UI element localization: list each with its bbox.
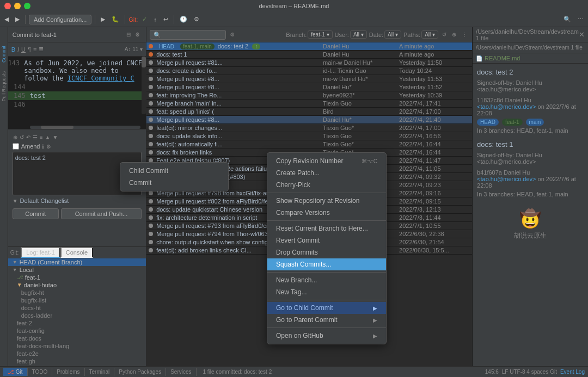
- log-row-3[interactable]: docs: create a doc fo... id-l... Tiexin …: [146, 67, 472, 75]
- close-button[interactable]: [4, 3, 11, 9]
- paths-filter-tag[interactable]: All ▾: [421, 30, 438, 39]
- ctx-open-github[interactable]: Open on GitHub ▶: [267, 330, 386, 342]
- format-button2[interactable]: ≡: [33, 46, 36, 53]
- log-row-9[interactable]: Merge pull request #8... Daniel Hu* 2022…: [146, 116, 472, 124]
- log-settings-button[interactable]: ⚙: [228, 31, 236, 38]
- right-panel-close[interactable]: ✕: [579, 30, 585, 39]
- git-tab[interactable]: ⎇ Git: [3, 368, 28, 376]
- amend-gear-icon[interactable]: ⚙: [46, 144, 51, 150]
- terminal-tab[interactable]: Terminal: [85, 368, 115, 376]
- ctx-create-patch[interactable]: Create Patch...: [267, 167, 386, 179]
- ctx-new-tag[interactable]: New Tag...: [267, 286, 386, 298]
- format-button1[interactable]: ¶: [28, 46, 31, 53]
- maximize-button[interactable]: [24, 3, 30, 9]
- ctx-cherry-pick[interactable]: Cherry-Pick: [267, 179, 386, 191]
- commit-tool-7[interactable]: ▼: [52, 134, 58, 141]
- hscrollbar-thumb[interactable]: [41, 126, 74, 129]
- editor-vscrollbar[interactable]: [142, 57, 146, 114]
- log-more-button[interactable]: ⋮: [460, 31, 469, 38]
- tree-item-head[interactable]: ▼ HEAD (Current Branch): [8, 258, 146, 266]
- settings-button[interactable]: ⚙: [192, 15, 201, 24]
- commit-tool-2[interactable]: ↺: [19, 134, 24, 141]
- tree-item-local[interactable]: ▼ Local: [8, 266, 146, 274]
- commit-tool-1[interactable]: ⊕: [13, 134, 18, 141]
- submenu-commit-item[interactable]: Commit: [120, 177, 228, 189]
- tree-item-feat-docs[interactable]: feat-docs: [8, 335, 146, 342]
- bold-button[interactable]: B: [11, 46, 15, 53]
- panel-gear-button[interactable]: ⚙: [133, 31, 142, 38]
- ctx-drop-commits[interactable]: Drop Commits: [267, 246, 386, 258]
- add-configuration-button[interactable]: Add Configuration...: [29, 15, 91, 24]
- git-checkmark-button[interactable]: ✓: [140, 15, 149, 24]
- ctx-squash-commits[interactable]: Squash Commits...: [267, 258, 386, 270]
- ctx-show-repo[interactable]: Show Repository at Revision: [267, 195, 386, 207]
- log-row-12[interactable]: feat(ci): automatically fi... Tiexin Guo…: [146, 140, 472, 149]
- log-row-11[interactable]: docs: update slack info... Tiexin Guo 20…: [146, 132, 472, 140]
- log-search-input[interactable]: [150, 30, 226, 40]
- event-log-link[interactable]: Event Log: [560, 369, 585, 375]
- date-filter-tag[interactable]: All ▾: [384, 30, 401, 39]
- tree-item-feat-config[interactable]: feat-config: [8, 327, 146, 335]
- ctx-go-to-parent[interactable]: Go to Parent Commit ▶: [267, 314, 386, 326]
- problems-tab[interactable]: Problems: [52, 368, 84, 376]
- pull-requests-tab-vertical[interactable]: Pull Requests: [1, 69, 7, 104]
- underline-button[interactable]: U: [21, 46, 26, 53]
- tree-item-daniel-hutao[interactable]: ▼ daniel-hutao: [8, 281, 146, 289]
- minimize-button[interactable]: [14, 3, 21, 9]
- log-row-5[interactable]: Merge pull request #8... Daniel Hu* Yest…: [146, 83, 472, 91]
- cncf-link[interactable]: ICNCF_Community_C: [68, 75, 134, 82]
- todo-tab[interactable]: TODO: [28, 368, 53, 376]
- run-button[interactable]: ▶: [99, 15, 107, 24]
- log-filter-button[interactable]: ⊕: [450, 31, 458, 38]
- tree-item-feat-gh[interactable]: feat-gh: [8, 357, 146, 365]
- log-row-1[interactable]: docs: test 1 Daniel Hu A minute ago: [146, 51, 472, 59]
- log-row-4[interactable]: Merge pull request #8... me-w Daniel Hu*…: [146, 75, 472, 83]
- commit2-hash-link[interactable]: <tao.hu@merico.dev>: [477, 176, 536, 182]
- commit-tool-6[interactable]: ▲: [44, 134, 51, 141]
- amend-info-icon[interactable]: ℹ: [42, 144, 44, 150]
- tree-item-feat-e2e[interactable]: feat-e2e: [8, 350, 146, 357]
- log-refresh-button[interactable]: ↺: [440, 31, 448, 38]
- user-filter-tag[interactable]: All ▾: [350, 30, 367, 39]
- ctx-copy-revision[interactable]: Copy Revision Number ⌘⌥C: [267, 155, 386, 167]
- amend-checkbox[interactable]: [13, 143, 19, 150]
- debug-button[interactable]: 🐛: [109, 15, 121, 24]
- commit-and-push-button[interactable]: Commit and Push...: [61, 208, 142, 219]
- ctx-new-branch[interactable]: New Branch...: [267, 274, 386, 286]
- editor-hscrollbar[interactable]: [30, 126, 140, 129]
- git-revert-button[interactable]: ↩: [161, 15, 170, 24]
- commit-tab-vertical[interactable]: Commit: [1, 44, 7, 65]
- ctx-reset-branch[interactable]: Reset Current Branch to Here...: [267, 223, 386, 234]
- log-row-0[interactable]: HEAD feat-1, main docs: test 2 ↑ Daniel …: [146, 42, 472, 51]
- ctx-compare-versions[interactable]: Compare Versions: [267, 207, 386, 219]
- tree-item-feat-docs-multi[interactable]: feat-docs-multi-lang: [8, 342, 146, 350]
- git-update-button[interactable]: ↑: [151, 15, 159, 24]
- commit-button[interactable]: Commit: [13, 208, 59, 219]
- search-button[interactable]: 🔍: [561, 15, 573, 24]
- commit-tool-4[interactable]: ☰: [32, 134, 38, 141]
- submenu-child-commit-item[interactable]: Child Commit: [120, 165, 228, 177]
- panel-expand-button[interactable]: ⊟: [125, 31, 132, 38]
- log-row-7[interactable]: Merge branch 'main' in... Tiexin Guo 202…: [146, 100, 472, 108]
- branch-filter-tag[interactable]: feat-1 ▾: [308, 30, 332, 39]
- log-row-8[interactable]: feat: speed up 'links' ( Bird 2022/7/4, …: [146, 108, 472, 116]
- italic-button[interactable]: I: [17, 46, 19, 53]
- forward-button[interactable]: ▶: [13, 15, 22, 24]
- log-tab[interactable]: Log: feat-1: [21, 247, 60, 258]
- submenu-child-commit[interactable]: Child Commit Commit: [120, 162, 229, 191]
- tree-item-bugfix-ht[interactable]: bugfix-ht: [8, 289, 146, 296]
- console-tab[interactable]: Console: [60, 247, 93, 258]
- right-file-item[interactable]: 📄 README.md: [473, 53, 588, 64]
- back-button[interactable]: ◀: [2, 15, 11, 24]
- python-packages-tab[interactable]: Python Packages: [114, 368, 166, 376]
- commit-tool-5[interactable]: ≡: [39, 134, 44, 141]
- commit1-hash-link[interactable]: <tao.hu@merico.dev>: [477, 103, 536, 110]
- tree-item-bugfix-list[interactable]: bugfix-list: [8, 296, 146, 304]
- ctx-revert-commit[interactable]: Revert Commit: [267, 234, 386, 246]
- log-row-6[interactable]: feat: improving The Ro... byene0923* Yes…: [146, 91, 472, 100]
- commit-tool-3[interactable]: ↶: [26, 134, 31, 141]
- tree-item-feat1[interactable]: ⎇ feat-1: [8, 274, 146, 281]
- ctx-go-to-child[interactable]: Go to Child Commit ▶: [267, 302, 386, 314]
- log-row-10[interactable]: feat(ci): minor changes... Tiexin Guo* 2…: [146, 124, 472, 132]
- tree-item-docs-ladder[interactable]: docs-ladder: [8, 312, 146, 319]
